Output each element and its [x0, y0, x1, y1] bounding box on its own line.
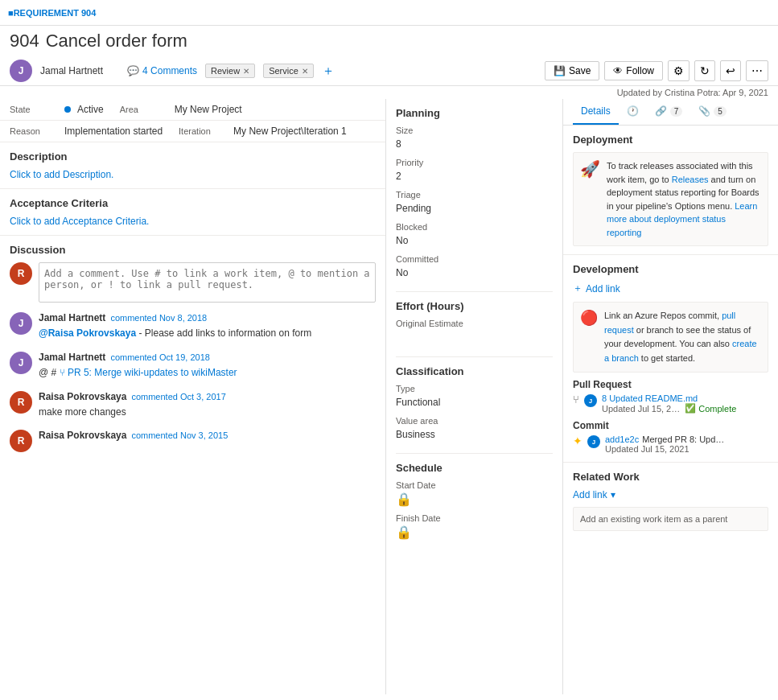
- comments-link[interactable]: 💬 4 Comments: [127, 65, 197, 76]
- priority-value[interactable]: 2: [396, 169, 553, 183]
- comment-author-4: Raisa Pokrovskaya: [39, 430, 126, 441]
- updated-line: Updated by Cristina Potra: Apr 9, 2021: [0, 86, 778, 99]
- finish-date-label: Finish Date: [396, 513, 553, 523]
- comment-header-4: Raisa Pokrovskaya commented Nov 3, 2015: [39, 430, 376, 441]
- priority-field: Priority 2: [396, 158, 553, 183]
- tab-details[interactable]: Details: [573, 99, 619, 125]
- pr-item: ⑂ J 8 Updated README.md Updated Jul 15, …: [573, 393, 768, 414]
- schedule-title: Schedule: [396, 462, 553, 474]
- state-item: State Active: [10, 104, 104, 115]
- pull-request-link[interactable]: pull request: [604, 311, 735, 335]
- size-value[interactable]: 8: [396, 137, 553, 151]
- commit-title: Commit: [573, 420, 768, 431]
- tab-attachments[interactable]: 📎 5: [690, 99, 735, 125]
- comment-date-3[interactable]: commented Oct 3, 2017: [131, 392, 225, 401]
- check-icon: ✅: [685, 403, 696, 414]
- pr-title-text: 8 Updated README.md: [602, 393, 698, 403]
- commit-hash[interactable]: add1e2c: [605, 434, 639, 444]
- description-title: Description: [10, 150, 376, 163]
- triage-field: Triage Pending: [396, 190, 553, 216]
- more-button[interactable]: ⋯: [746, 60, 768, 81]
- discussion-title: Discussion: [10, 244, 376, 256]
- original-estimate-input[interactable]: [396, 330, 553, 345]
- type-value[interactable]: Functional: [396, 395, 553, 410]
- follow-icon: 👁: [613, 65, 623, 76]
- value-area-label: Value area: [396, 416, 553, 426]
- type-field: Type Functional: [396, 384, 553, 410]
- comment-date-2[interactable]: commented Oct 19, 2018: [110, 352, 210, 362]
- tag-label-service: Service: [269, 66, 298, 76]
- attachments-badge: 5: [714, 106, 727, 117]
- classification-title: Classification: [396, 365, 553, 377]
- learn-more-link[interactable]: Learn more about deployment status repor…: [607, 201, 757, 237]
- pr-icon-2: ⑂: [60, 366, 65, 380]
- tab-links[interactable]: 🔗 7: [647, 99, 691, 125]
- undo-button[interactable]: ↩: [720, 60, 741, 81]
- committed-value[interactable]: No: [396, 266, 553, 280]
- deployment-title: Deployment: [573, 134, 768, 146]
- dev-add-link-label: Add link: [586, 283, 620, 294]
- related-add-link-label: Add link: [573, 489, 607, 500]
- comment-author-3: Raisa Pokrovskaya: [39, 391, 126, 402]
- triage-value[interactable]: Pending: [396, 201, 553, 216]
- refresh-button[interactable]: ↻: [694, 60, 715, 81]
- reason-value[interactable]: Implementation started: [64, 126, 163, 137]
- title-row: 904 Cancel order form: [0, 26, 778, 56]
- requirement-label: REQUIREMENT 904: [14, 8, 97, 18]
- comment-date-1[interactable]: commented Nov 8, 2018: [110, 313, 207, 323]
- create-branch-link[interactable]: create a branch: [604, 339, 757, 363]
- area-label: Area: [120, 105, 168, 114]
- add-tag-button[interactable]: ＋: [322, 63, 335, 80]
- top-bar: ■ REQUIREMENT 904: [0, 0, 778, 26]
- acceptance-title: Acceptance Criteria: [10, 197, 376, 209]
- planning-title: Planning: [396, 107, 553, 119]
- comment-item-2: J Jamal Hartnett commented Oct 19, 2018 …: [10, 352, 376, 380]
- description-placeholder[interactable]: Click to add Description.: [10, 169, 376, 180]
- dev-add-link-button[interactable]: ＋ Add link: [573, 282, 768, 295]
- commit-date: Updated Jul 15, 2021: [605, 444, 724, 454]
- tag-label-review: Review: [211, 66, 240, 76]
- acceptance-placeholder[interactable]: Click to add Acceptance Criteria.: [10, 216, 376, 227]
- links-badge: 7: [670, 106, 683, 117]
- start-date-icon[interactable]: 🔒: [396, 492, 553, 507]
- meta-row-2: Reason Implementation started Iteration …: [0, 121, 385, 142]
- comment-date-4[interactable]: commented Nov 3, 2015: [131, 430, 228, 440]
- blocked-value[interactable]: No: [396, 233, 553, 248]
- comment-input[interactable]: [39, 262, 376, 303]
- comment-text-3: make more changes: [39, 406, 376, 419]
- save-button[interactable]: 💾 Save: [545, 61, 599, 80]
- committed-field: Committed No: [396, 254, 553, 280]
- commit-info: add1e2c Merged PR 8: Upd… Updated Jul 15…: [605, 434, 724, 454]
- pr-link-2[interactable]: PR 5: Merge wiki-updates to wikiMaster: [68, 367, 237, 378]
- settings-button[interactable]: ⚙: [668, 60, 689, 81]
- tag-close-review[interactable]: ✕: [243, 67, 249, 76]
- main-content: State Active Area My New Project Reason …: [0, 99, 778, 694]
- releases-link[interactable]: Releases: [672, 175, 709, 184]
- state-value[interactable]: Active: [77, 104, 104, 115]
- comment-body-1: Jamal Hartnett commented Nov 8, 2018 @Ra…: [39, 312, 376, 340]
- comment-author-1: Jamal Hartnett: [39, 312, 105, 323]
- comment-avatar-3: R: [10, 391, 32, 414]
- tag-close-service[interactable]: ✕: [302, 67, 308, 76]
- planning-section: Planning Size 8 Priority 2 Triage Pendin…: [396, 107, 553, 280]
- follow-button[interactable]: 👁 Follow: [604, 61, 663, 80]
- comment-text-1: @Raisa Pokrovskaya - Please add links to…: [39, 327, 376, 340]
- updated-text: Updated by Cristina Potra: Apr 9, 2021: [617, 88, 768, 97]
- comment-item-4: R Raisa Pokrovskaya commented Nov 3, 201…: [10, 430, 376, 452]
- deployment-section: Deployment 🚀 To track releases associate…: [563, 126, 778, 255]
- development-title: Development: [573, 263, 768, 275]
- tag-service: Service ✕: [263, 64, 314, 78]
- related-item-text: Add an existing work item as a parent: [580, 514, 727, 524]
- comment-text-2: @ # ⑂ PR 5: Merge wiki-updates to wikiMa…: [39, 366, 376, 380]
- area-value[interactable]: My New Project: [175, 104, 242, 115]
- iteration-value[interactable]: My New Project\Iteration 1: [233, 126, 347, 137]
- save-label: Save: [569, 65, 591, 76]
- finish-date-icon[interactable]: 🔒: [396, 525, 553, 540]
- value-area-value[interactable]: Business: [396, 427, 553, 442]
- tab-history[interactable]: 🕐: [619, 99, 647, 125]
- related-add-link-button[interactable]: Add link ▾: [573, 489, 768, 500]
- pr-title[interactable]: 8 Updated README.md: [602, 393, 768, 403]
- comment-item-3: R Raisa Pokrovskaya commented Oct 3, 201…: [10, 391, 376, 419]
- state-dot: [64, 106, 71, 113]
- comment-header-3: Raisa Pokrovskaya commented Oct 3, 2017: [39, 391, 376, 402]
